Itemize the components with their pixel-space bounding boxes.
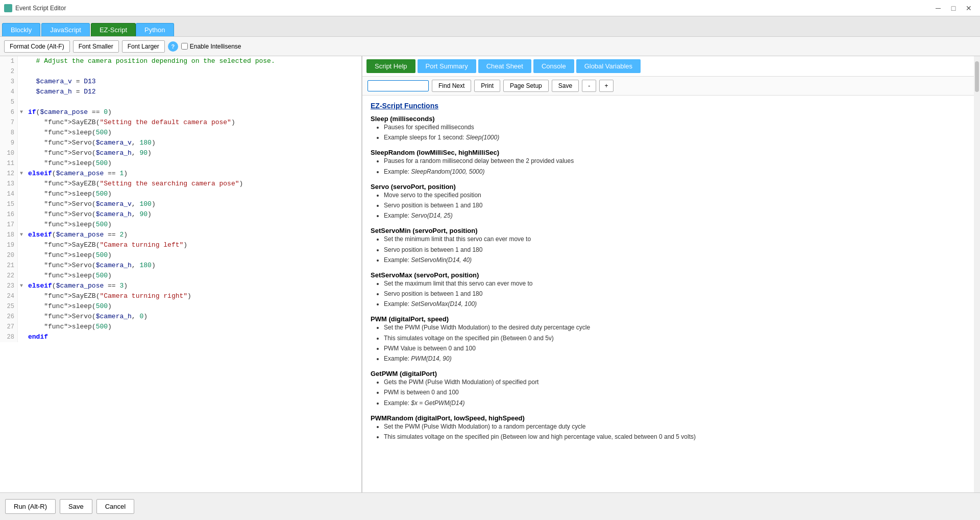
help-section: SleepRandom (lowMilliSec, highMilliSec)P… xyxy=(371,149,966,176)
font-increase-button[interactable]: + xyxy=(599,80,614,92)
tab-cheat-sheet[interactable]: Cheat Sheet xyxy=(478,59,531,73)
line-code: "func">sleep(500) xyxy=(25,158,115,169)
help-bullet-item: Servo position is between 1 and 180 xyxy=(384,201,966,210)
help-bullet-item: Set the PWM (Pulse Width Modulation) to … xyxy=(384,422,966,432)
code-editor[interactable]: 1 # Adjust the camera position depending… xyxy=(0,56,362,492)
bottom-save-button[interactable]: Save xyxy=(60,499,92,514)
help-bullet-item: Example: $x = GetPWM(D14) xyxy=(384,398,966,408)
help-section: GetPWM (digitalPort)Gets the PWM (Pulse … xyxy=(371,370,966,408)
help-bullet-item: Set the minimum limit that this servo ca… xyxy=(384,234,966,244)
line-number: 23 xyxy=(0,281,18,291)
code-scroll-container[interactable]: 1 # Adjust the camera position depending… xyxy=(0,56,361,492)
help-function-name: SetServoMax (servoPort, position) xyxy=(371,271,966,279)
line-expand-icon xyxy=(18,77,25,87)
code-line: 25 "func">sleep(500) xyxy=(0,301,361,312)
font-smaller-button[interactable]: Font Smaller xyxy=(73,40,119,53)
help-bullet-item: PWM is between 0 and 100 xyxy=(384,388,966,397)
save-button[interactable]: Save xyxy=(552,80,579,92)
tab-python[interactable]: Python xyxy=(136,23,174,36)
line-expand-icon xyxy=(18,138,25,148)
line-expand-icon xyxy=(18,301,25,312)
code-line: 3 $camera_v = D13 xyxy=(0,77,361,87)
intellisense-checkbox[interactable] xyxy=(181,43,188,50)
help-function-name: PWMRandom (digitalPort, lowSpeed, highSp… xyxy=(371,414,966,422)
line-expand-icon xyxy=(18,56,25,66)
tab-javascript[interactable]: JavaScript xyxy=(41,23,90,36)
cancel-button[interactable]: Cancel xyxy=(96,499,134,514)
tab-ez-script[interactable]: EZ-Script xyxy=(91,23,136,36)
line-number: 3 xyxy=(0,77,18,87)
print-button[interactable]: Print xyxy=(474,80,500,92)
line-number: 4 xyxy=(0,87,18,97)
line-expand-icon xyxy=(18,179,25,189)
line-expand-icon xyxy=(18,261,25,271)
line-expand-icon[interactable]: ▼ xyxy=(18,230,25,240)
line-number: 1 xyxy=(0,56,18,66)
line-expand-icon[interactable]: ▼ xyxy=(18,281,25,291)
help-bullet-list: Set the maximum limit that this servo ca… xyxy=(381,279,966,310)
line-code: $camera_v = D13 xyxy=(25,77,99,87)
line-number: 10 xyxy=(0,148,18,158)
help-bullet-list: Move servo to the specified positionServ… xyxy=(381,191,966,221)
window-title: Event Script Editor xyxy=(15,5,66,12)
line-code: "func">Servo($camera_h, 0) xyxy=(25,312,151,322)
find-input[interactable] xyxy=(368,80,429,91)
line-expand-icon xyxy=(18,97,25,107)
line-code: "func">sleep(500) xyxy=(25,301,115,312)
line-expand-icon[interactable]: ▼ xyxy=(18,107,25,117)
line-number: 22 xyxy=(0,271,18,281)
code-line: 12▼elseif($camera_pose == 1) xyxy=(0,169,361,179)
title-bar-left: Event Script Editor xyxy=(4,4,66,12)
tab-console[interactable]: Console xyxy=(533,59,574,73)
tab-bar: Blockly JavaScript EZ-Script Python xyxy=(0,16,980,37)
line-number: 14 xyxy=(0,189,18,199)
run-button[interactable]: Run (Alt-R) xyxy=(5,499,56,514)
find-next-button[interactable]: Find Next xyxy=(432,80,471,92)
code-line: 27 "func">sleep(500) xyxy=(0,322,361,332)
line-code: "func">sleep(500) xyxy=(25,271,115,281)
tab-script-help[interactable]: Script Help xyxy=(366,59,415,73)
font-decrease-button[interactable]: - xyxy=(582,80,596,92)
line-expand-icon xyxy=(18,322,25,332)
line-expand-icon xyxy=(18,66,25,77)
code-line: 7 "func">SayEZB("Setting the default cam… xyxy=(0,117,361,128)
code-line: 21 "func">Servo($camera_h, 180) xyxy=(0,261,361,271)
title-bar-controls: ─ □ ✕ xyxy=(931,2,976,14)
line-expand-icon xyxy=(18,128,25,138)
close-button[interactable]: ✕ xyxy=(962,2,976,14)
line-number: 27 xyxy=(0,322,18,332)
format-code-button[interactable]: Format Code (Alt-F) xyxy=(4,40,70,53)
line-number: 2 xyxy=(0,66,18,77)
line-number: 11 xyxy=(0,158,18,169)
help-bullet-item: Move servo to the specified position xyxy=(384,191,966,200)
code-line: 14 "func">sleep(500) xyxy=(0,189,361,199)
help-bullet-list: Set the PWM (Pulse Width Modulation) to … xyxy=(381,422,966,442)
line-expand-icon xyxy=(18,291,25,301)
minimize-button[interactable]: ─ xyxy=(931,2,945,14)
font-larger-button[interactable]: Font Larger xyxy=(122,40,165,53)
find-toolbar: Find Next Print Page Setup Save - + xyxy=(362,77,974,96)
code-line: 28endif xyxy=(0,332,361,342)
line-code: elseif($camera_pose == 2) xyxy=(25,230,131,240)
intellisense-label: Enable Intellisense xyxy=(190,43,241,50)
tab-global-variables[interactable]: Global Variables xyxy=(576,59,641,73)
maximize-button[interactable]: □ xyxy=(946,2,961,14)
code-line: 10 "func">Servo($camera_h, 90) xyxy=(0,148,361,158)
tab-blockly[interactable]: Blockly xyxy=(2,23,40,36)
help-content[interactable]: EZ-Script FunctionsSleep (milliseconds)P… xyxy=(362,96,974,492)
line-expand-icon xyxy=(18,117,25,128)
line-code: "func">SayEZB("Setting the default camer… xyxy=(25,117,238,128)
line-expand-icon xyxy=(18,332,25,342)
code-line: 9 "func">Servo($camera_v, 180) xyxy=(0,138,361,148)
line-expand-icon[interactable]: ▼ xyxy=(18,169,25,179)
help-icon[interactable]: ? xyxy=(168,41,178,52)
line-number: 28 xyxy=(0,332,18,342)
line-code: "func">sleep(500) xyxy=(25,220,115,230)
line-expand-icon xyxy=(18,209,25,220)
line-code: if($camera_pose == 0) xyxy=(25,107,115,117)
help-bullet-item: This simulates voltage on the specified … xyxy=(384,334,966,343)
page-setup-button[interactable]: Page Setup xyxy=(503,80,549,92)
right-scrollbar[interactable] xyxy=(974,56,980,492)
line-code: "func">Servo($camera_h, 180) xyxy=(25,261,159,271)
tab-port-summary[interactable]: Port Summary xyxy=(418,59,476,73)
